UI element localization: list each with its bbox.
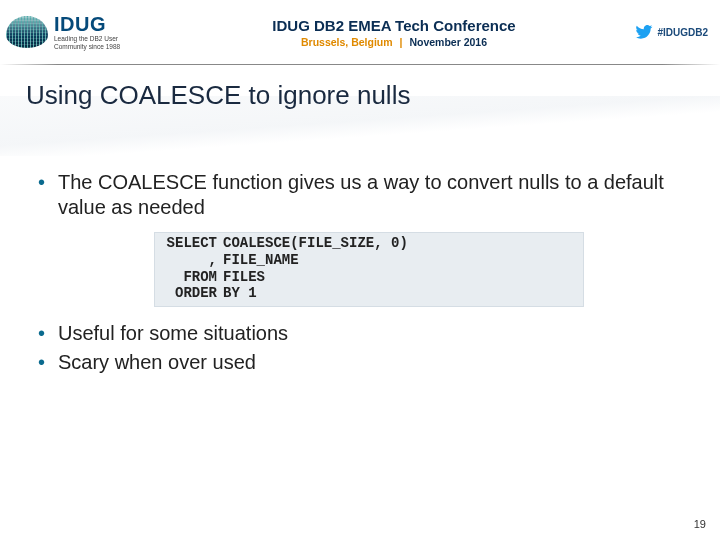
page-title: Using COALESCE to ignore nulls — [26, 80, 410, 111]
code-rest: BY 1 — [223, 285, 257, 302]
code-rest: FILES — [223, 269, 265, 286]
conference-title: IDUG DB2 EMEA Tech Conference — [186, 17, 602, 34]
brand-tagline-1: Leading the DB2 User — [54, 36, 120, 43]
logo-area: IDUG Leading the DB2 User Community sinc… — [6, 14, 186, 51]
conference-block: IDUG DB2 EMEA Tech Conference Brussels, … — [186, 17, 602, 48]
brand-name: IDUG — [54, 14, 120, 34]
hashtag: #IDUGDB2 — [657, 27, 708, 38]
slide-header: IDUG Leading the DB2 User Community sinc… — [0, 0, 720, 60]
content-area: The COALESCE function gives us a way to … — [34, 170, 680, 379]
code-rest: COALESCE(FILE_SIZE, 0) — [223, 235, 408, 252]
bullet-list: The COALESCE function gives us a way to … — [34, 170, 680, 220]
code-line: ,FILE_NAME — [163, 252, 575, 269]
bullet-intro: The COALESCE function gives us a way to … — [34, 170, 680, 220]
code-kw: , — [163, 252, 223, 269]
code-kw: ORDER — [163, 285, 223, 302]
code-kw: FROM — [163, 269, 223, 286]
code-rest: FILE_NAME — [223, 252, 299, 269]
page-number: 19 — [694, 518, 706, 530]
conference-date: November 2016 — [409, 36, 487, 48]
bullet-scary: Scary when over used — [34, 350, 680, 375]
code-block: SELECTCOALESCE(FILE_SIZE, 0) ,FILE_NAME … — [154, 232, 584, 307]
conference-location: Brussels, Belgium — [301, 36, 393, 48]
bullet-useful: Useful for some situations — [34, 321, 680, 346]
code-line: SELECTCOALESCE(FILE_SIZE, 0) — [163, 235, 575, 252]
hashtag-area: #IDUGDB2 — [602, 25, 712, 39]
twitter-icon — [635, 25, 653, 39]
code-kw: SELECT — [163, 235, 223, 252]
code-line: ORDERBY 1 — [163, 285, 575, 302]
slide: IDUG Leading the DB2 User Community sinc… — [0, 0, 720, 540]
bullet-list: Useful for some situations Scary when ov… — [34, 321, 680, 375]
conference-subtitle: Brussels, Belgium | November 2016 — [186, 36, 602, 48]
brand-tagline-2: Community since 1988 — [54, 44, 120, 51]
header-rule — [0, 64, 720, 65]
globe-icon — [6, 16, 48, 48]
code-line: FROMFILES — [163, 269, 575, 286]
conference-separator: | — [396, 36, 407, 48]
brand-text: IDUG Leading the DB2 User Community sinc… — [54, 14, 120, 51]
